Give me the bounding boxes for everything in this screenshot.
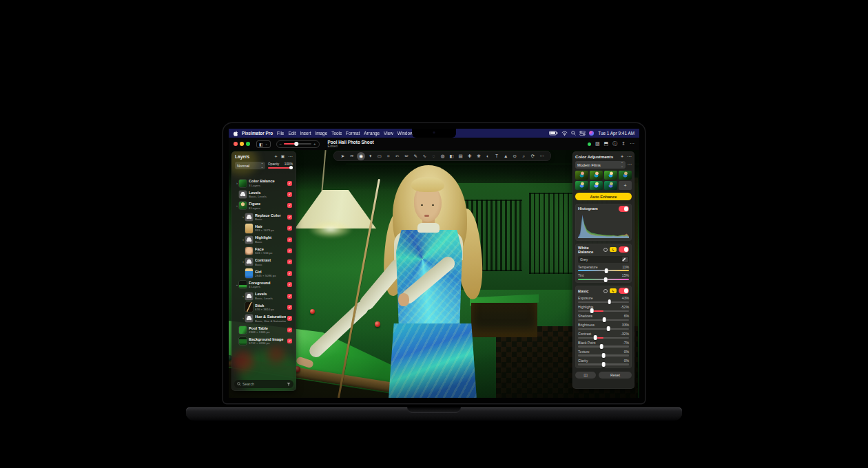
rect-select-tool[interactable]: ⌗: [384, 151, 393, 161]
layer-visibility-checkbox[interactable]: ✓: [287, 316, 292, 321]
layer-row-contrast[interactable]: ›ContrastBasic✓: [234, 257, 294, 268]
app-menu-name[interactable]: Pixelmator Pro: [242, 131, 273, 136]
apple-logo-icon[interactable]: [234, 131, 238, 136]
slider-track[interactable]: [578, 354, 629, 356]
basic-toggle[interactable]: [619, 288, 629, 294]
slider-track[interactable]: [578, 345, 629, 347]
opacity-slider[interactable]: [268, 167, 293, 169]
layer-visibility-checkbox[interactable]: ✓: [287, 305, 292, 310]
fill-tool[interactable]: ◧: [447, 151, 456, 161]
add-preset-button[interactable]: +: [619, 181, 632, 190]
layer-visibility-checkbox[interactable]: ✓: [287, 215, 292, 220]
siri-icon[interactable]: [589, 131, 594, 136]
shape-tool[interactable]: ▲: [502, 151, 510, 161]
canvas[interactable]: ➤✑◉✦▭⌗✂✏✎∿◌◍◧▤✚❋◐T▲⊙⌕⟳⋯ Layers + ▣ ⋯: [229, 150, 639, 398]
add-adjustment-button[interactable]: +: [621, 154, 623, 159]
slider-thumb[interactable]: [607, 326, 610, 331]
layer-row-levels[interactable]: ›LevelsBasic, Levels✓: [234, 290, 294, 301]
layer-row-pool-table[interactable]: Pool Table2369 × 1365 px✓: [234, 324, 294, 335]
slider-track[interactable]: [578, 328, 629, 330]
layer-row-girl[interactable]: Girl2845 × 5096 px✓: [234, 268, 294, 279]
preview-circle-icon[interactable]: [603, 248, 608, 252]
menu-file[interactable]: File: [277, 131, 284, 136]
layer-visibility-checkbox[interactable]: ✓: [287, 248, 292, 253]
slider-thumb[interactable]: [604, 277, 608, 282]
fullscreen-window-button[interactable]: [246, 142, 250, 146]
slider-thumb[interactable]: [594, 335, 597, 340]
adjustments-more-button[interactable]: ⋯: [627, 154, 632, 159]
preset-thumbnail-5[interactable]: [575, 181, 588, 190]
preset-more-button[interactable]: ⋯: [628, 162, 632, 167]
export-icon[interactable]: ⬒: [604, 141, 609, 147]
blend-mode-dropdown[interactable]: Normal ⌃⌄: [235, 162, 265, 169]
preview-circle-icon[interactable]: [603, 289, 608, 293]
layer-row-replace-color[interactable]: ›Replace ColorBasic✓: [234, 211, 294, 222]
layer-row-highlight[interactable]: ›HighlightBasic✓: [234, 234, 294, 245]
preset-thumbnail-2[interactable]: [590, 171, 603, 180]
blur-tool[interactable]: ◐: [483, 151, 492, 161]
menu-view[interactable]: View: [384, 131, 393, 136]
layer-row-color-balance[interactable]: ›Color Balance3 Layers✓: [234, 178, 294, 189]
share-icon[interactable]: ↥: [621, 141, 626, 147]
auto-enhance-button[interactable]: Auto Enhance: [575, 193, 632, 200]
menu-window[interactable]: Window: [397, 131, 413, 136]
layer-search-field[interactable]: Search: [234, 380, 293, 388]
layer-row-hair[interactable]: Hair993 × 1679 px✓: [234, 223, 294, 234]
lasso-tool[interactable]: ✂: [393, 151, 402, 161]
clone-tool[interactable]: ✚: [465, 151, 474, 161]
zoom-tool[interactable]: ⌕: [519, 151, 528, 161]
photo-browser-icon[interactable]: ▨: [595, 141, 600, 147]
layer-visibility-checkbox[interactable]: ✓: [287, 339, 292, 343]
control-center-icon[interactable]: [579, 131, 586, 136]
eraser-tool[interactable]: ◍: [438, 151, 447, 161]
slider-track[interactable]: [578, 363, 629, 365]
menu-arrange[interactable]: Arrange: [364, 131, 380, 136]
layer-visibility-checkbox[interactable]: ✓: [287, 282, 292, 287]
layer-visibility-checkbox[interactable]: ✓: [287, 271, 292, 276]
slider-thumb[interactable]: [590, 308, 594, 313]
layer-row-foreground[interactable]: ⌄Foreground4 Layers✓: [234, 279, 294, 290]
slider-track[interactable]: [578, 310, 629, 312]
rotate-tool[interactable]: ⟳: [528, 151, 537, 161]
layer-visibility-checkbox[interactable]: ✓: [287, 237, 292, 242]
more-tools[interactable]: ⋯: [537, 151, 546, 161]
crop-tool[interactable]: ▭: [375, 151, 384, 161]
slider-track[interactable]: [578, 319, 629, 321]
magic-select-tool[interactable]: ✏: [402, 151, 411, 161]
slider-thumb[interactable]: [602, 353, 606, 358]
layer-row-background-image[interactable]: Background Image5712 × 4284 px✓: [234, 335, 294, 346]
freeform-tool[interactable]: ∿: [420, 151, 429, 161]
eyedropper-icon[interactable]: [622, 257, 628, 262]
white-balance-toggle[interactable]: [619, 246, 629, 253]
menu-edit[interactable]: Edit: [288, 131, 296, 136]
menu-insert[interactable]: Insert: [300, 131, 311, 136]
info-icon[interactable]: ⓘ: [612, 140, 617, 147]
move-tool[interactable]: ➤: [338, 151, 347, 161]
zoom-in-icon[interactable]: +: [313, 142, 316, 146]
paint-tool[interactable]: ◉: [357, 152, 365, 160]
gradient-tool[interactable]: ▤: [456, 151, 465, 161]
slider-thumb[interactable]: [608, 299, 612, 304]
ml-icon[interactable]: ϟ: [610, 288, 617, 293]
battery-icon[interactable]: [549, 131, 558, 136]
sync-status-dot[interactable]: [588, 142, 591, 146]
slider-track[interactable]: [578, 279, 629, 280]
zoom-out-icon[interactable]: −: [280, 142, 282, 146]
zoom-slider[interactable]: − +: [276, 140, 320, 148]
layer-visibility-checkbox[interactable]: ✓: [287, 328, 292, 332]
slider-track[interactable]: [578, 337, 629, 339]
layer-filter-button[interactable]: ▣: [281, 155, 285, 159]
heal-tool[interactable]: ❋: [474, 151, 483, 161]
slider-track[interactable]: [578, 301, 629, 303]
filter-icon[interactable]: [287, 383, 291, 386]
slider-thumb[interactable]: [602, 362, 606, 367]
layer-row-face[interactable]: Face503 × 534 px✓: [234, 245, 294, 256]
compare-button[interactable]: ◫: [575, 372, 596, 379]
pencil-tool[interactable]: ◌: [429, 151, 438, 161]
close-window-button[interactable]: [234, 142, 238, 146]
menu-image[interactable]: Image: [315, 131, 327, 136]
layer-row-hue-saturation[interactable]: ›Hue & SaturationBasic, Hue & Saturation…: [234, 313, 294, 324]
more-icon[interactable]: ⋯: [630, 141, 634, 147]
minimize-window-button[interactable]: [240, 142, 244, 146]
draw-tool[interactable]: ✎: [411, 151, 420, 161]
